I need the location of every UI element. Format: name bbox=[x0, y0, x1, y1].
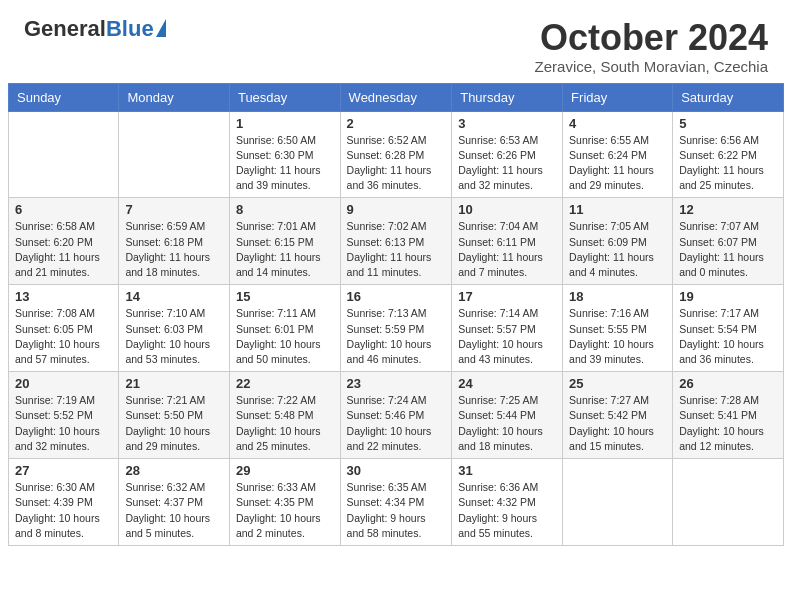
day-number: 20 bbox=[15, 376, 112, 391]
day-info: Sunrise: 6:58 AMSunset: 6:20 PMDaylight:… bbox=[15, 219, 112, 280]
day-info: Sunrise: 6:56 AMSunset: 6:22 PMDaylight:… bbox=[679, 133, 777, 194]
day-info: Sunrise: 6:59 AMSunset: 6:18 PMDaylight:… bbox=[125, 219, 223, 280]
month-title: October 2024 bbox=[535, 18, 768, 58]
calendar-cell: 21Sunrise: 7:21 AMSunset: 5:50 PMDayligh… bbox=[119, 372, 230, 459]
calendar-cell bbox=[9, 111, 119, 198]
calendar-cell: 18Sunrise: 7:16 AMSunset: 5:55 PMDayligh… bbox=[563, 285, 673, 372]
day-info: Sunrise: 7:28 AMSunset: 5:41 PMDaylight:… bbox=[679, 393, 777, 454]
calendar-cell: 7Sunrise: 6:59 AMSunset: 6:18 PMDaylight… bbox=[119, 198, 230, 285]
calendar-cell: 27Sunrise: 6:30 AMSunset: 4:39 PMDayligh… bbox=[9, 459, 119, 546]
day-number: 27 bbox=[15, 463, 112, 478]
day-info: Sunrise: 7:14 AMSunset: 5:57 PMDaylight:… bbox=[458, 306, 556, 367]
calendar-cell: 28Sunrise: 6:32 AMSunset: 4:37 PMDayligh… bbox=[119, 459, 230, 546]
day-number: 4 bbox=[569, 116, 666, 131]
calendar-cell: 12Sunrise: 7:07 AMSunset: 6:07 PMDayligh… bbox=[673, 198, 784, 285]
day-number: 19 bbox=[679, 289, 777, 304]
calendar-week-row: 13Sunrise: 7:08 AMSunset: 6:05 PMDayligh… bbox=[9, 285, 784, 372]
calendar-cell: 3Sunrise: 6:53 AMSunset: 6:26 PMDaylight… bbox=[452, 111, 563, 198]
calendar-cell bbox=[119, 111, 230, 198]
day-number: 18 bbox=[569, 289, 666, 304]
day-info: Sunrise: 7:27 AMSunset: 5:42 PMDaylight:… bbox=[569, 393, 666, 454]
day-info: Sunrise: 6:55 AMSunset: 6:24 PMDaylight:… bbox=[569, 133, 666, 194]
day-info: Sunrise: 6:36 AMSunset: 4:32 PMDaylight:… bbox=[458, 480, 556, 541]
calendar-cell: 31Sunrise: 6:36 AMSunset: 4:32 PMDayligh… bbox=[452, 459, 563, 546]
logo-triangle-icon bbox=[156, 19, 166, 37]
day-header-tuesday: Tuesday bbox=[229, 83, 340, 111]
day-number: 1 bbox=[236, 116, 334, 131]
day-number: 22 bbox=[236, 376, 334, 391]
day-info: Sunrise: 7:19 AMSunset: 5:52 PMDaylight:… bbox=[15, 393, 112, 454]
calendar-cell: 19Sunrise: 7:17 AMSunset: 5:54 PMDayligh… bbox=[673, 285, 784, 372]
calendar-cell: 8Sunrise: 7:01 AMSunset: 6:15 PMDaylight… bbox=[229, 198, 340, 285]
title-section: October 2024 Zeravice, South Moravian, C… bbox=[535, 18, 768, 75]
day-info: Sunrise: 7:13 AMSunset: 5:59 PMDaylight:… bbox=[347, 306, 446, 367]
day-number: 17 bbox=[458, 289, 556, 304]
calendar-cell: 26Sunrise: 7:28 AMSunset: 5:41 PMDayligh… bbox=[673, 372, 784, 459]
day-number: 21 bbox=[125, 376, 223, 391]
day-number: 7 bbox=[125, 202, 223, 217]
calendar-cell: 25Sunrise: 7:27 AMSunset: 5:42 PMDayligh… bbox=[563, 372, 673, 459]
calendar-week-row: 6Sunrise: 6:58 AMSunset: 6:20 PMDaylight… bbox=[9, 198, 784, 285]
calendar-header-row: SundayMondayTuesdayWednesdayThursdayFrid… bbox=[9, 83, 784, 111]
day-number: 24 bbox=[458, 376, 556, 391]
day-number: 11 bbox=[569, 202, 666, 217]
day-number: 14 bbox=[125, 289, 223, 304]
day-header-saturday: Saturday bbox=[673, 83, 784, 111]
calendar-cell: 6Sunrise: 6:58 AMSunset: 6:20 PMDaylight… bbox=[9, 198, 119, 285]
calendar-cell: 2Sunrise: 6:52 AMSunset: 6:28 PMDaylight… bbox=[340, 111, 452, 198]
day-info: Sunrise: 7:04 AMSunset: 6:11 PMDaylight:… bbox=[458, 219, 556, 280]
logo-general-text: General bbox=[24, 18, 106, 40]
day-header-friday: Friday bbox=[563, 83, 673, 111]
day-info: Sunrise: 7:11 AMSunset: 6:01 PMDaylight:… bbox=[236, 306, 334, 367]
calendar-cell: 15Sunrise: 7:11 AMSunset: 6:01 PMDayligh… bbox=[229, 285, 340, 372]
day-number: 6 bbox=[15, 202, 112, 217]
calendar-cell: 9Sunrise: 7:02 AMSunset: 6:13 PMDaylight… bbox=[340, 198, 452, 285]
day-number: 13 bbox=[15, 289, 112, 304]
calendar-cell: 14Sunrise: 7:10 AMSunset: 6:03 PMDayligh… bbox=[119, 285, 230, 372]
day-number: 12 bbox=[679, 202, 777, 217]
day-header-monday: Monday bbox=[119, 83, 230, 111]
day-number: 5 bbox=[679, 116, 777, 131]
day-number: 8 bbox=[236, 202, 334, 217]
logo-blue-text: Blue bbox=[106, 18, 154, 40]
day-info: Sunrise: 7:17 AMSunset: 5:54 PMDaylight:… bbox=[679, 306, 777, 367]
day-info: Sunrise: 7:10 AMSunset: 6:03 PMDaylight:… bbox=[125, 306, 223, 367]
day-info: Sunrise: 7:25 AMSunset: 5:44 PMDaylight:… bbox=[458, 393, 556, 454]
calendar-cell bbox=[673, 459, 784, 546]
day-number: 28 bbox=[125, 463, 223, 478]
day-info: Sunrise: 7:05 AMSunset: 6:09 PMDaylight:… bbox=[569, 219, 666, 280]
day-info: Sunrise: 7:08 AMSunset: 6:05 PMDaylight:… bbox=[15, 306, 112, 367]
day-header-sunday: Sunday bbox=[9, 83, 119, 111]
day-header-wednesday: Wednesday bbox=[340, 83, 452, 111]
day-info: Sunrise: 6:53 AMSunset: 6:26 PMDaylight:… bbox=[458, 133, 556, 194]
calendar-cell: 1Sunrise: 6:50 AMSunset: 6:30 PMDaylight… bbox=[229, 111, 340, 198]
calendar-table: SundayMondayTuesdayWednesdayThursdayFrid… bbox=[8, 83, 784, 546]
day-info: Sunrise: 7:07 AMSunset: 6:07 PMDaylight:… bbox=[679, 219, 777, 280]
day-info: Sunrise: 7:24 AMSunset: 5:46 PMDaylight:… bbox=[347, 393, 446, 454]
day-info: Sunrise: 6:52 AMSunset: 6:28 PMDaylight:… bbox=[347, 133, 446, 194]
calendar-cell: 4Sunrise: 6:55 AMSunset: 6:24 PMDaylight… bbox=[563, 111, 673, 198]
day-info: Sunrise: 6:35 AMSunset: 4:34 PMDaylight:… bbox=[347, 480, 446, 541]
calendar-week-row: 27Sunrise: 6:30 AMSunset: 4:39 PMDayligh… bbox=[9, 459, 784, 546]
day-number: 16 bbox=[347, 289, 446, 304]
calendar-cell: 10Sunrise: 7:04 AMSunset: 6:11 PMDayligh… bbox=[452, 198, 563, 285]
calendar-cell: 16Sunrise: 7:13 AMSunset: 5:59 PMDayligh… bbox=[340, 285, 452, 372]
day-number: 29 bbox=[236, 463, 334, 478]
day-number: 23 bbox=[347, 376, 446, 391]
calendar-cell: 20Sunrise: 7:19 AMSunset: 5:52 PMDayligh… bbox=[9, 372, 119, 459]
day-info: Sunrise: 6:50 AMSunset: 6:30 PMDaylight:… bbox=[236, 133, 334, 194]
calendar-cell: 30Sunrise: 6:35 AMSunset: 4:34 PMDayligh… bbox=[340, 459, 452, 546]
calendar-wrapper: SundayMondayTuesdayWednesdayThursdayFrid… bbox=[0, 83, 792, 554]
day-number: 10 bbox=[458, 202, 556, 217]
logo: General Blue bbox=[24, 18, 166, 40]
day-info: Sunrise: 7:16 AMSunset: 5:55 PMDaylight:… bbox=[569, 306, 666, 367]
day-info: Sunrise: 7:02 AMSunset: 6:13 PMDaylight:… bbox=[347, 219, 446, 280]
day-number: 9 bbox=[347, 202, 446, 217]
header: General Blue October 2024 Zeravice, Sout… bbox=[0, 0, 792, 83]
calendar-cell: 13Sunrise: 7:08 AMSunset: 6:05 PMDayligh… bbox=[9, 285, 119, 372]
day-info: Sunrise: 7:22 AMSunset: 5:48 PMDaylight:… bbox=[236, 393, 334, 454]
day-number: 2 bbox=[347, 116, 446, 131]
day-number: 25 bbox=[569, 376, 666, 391]
calendar-week-row: 1Sunrise: 6:50 AMSunset: 6:30 PMDaylight… bbox=[9, 111, 784, 198]
day-number: 26 bbox=[679, 376, 777, 391]
